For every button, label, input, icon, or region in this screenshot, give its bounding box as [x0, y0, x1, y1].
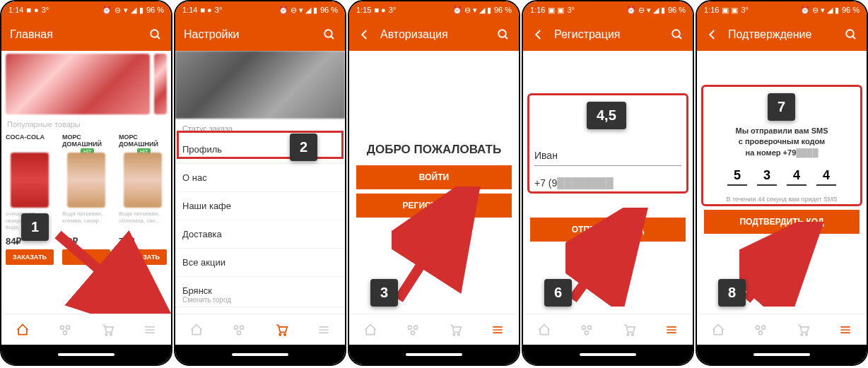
product-name: МОРС ДОМАШНИЙ [119, 134, 167, 150]
send-code-button[interactable]: ОТПРАВИТЬ КОД [530, 218, 686, 242]
product-card[interactable]: МОРС ДОМАШНИЙ HIT Вода питьевая, облепих… [116, 131, 170, 268]
status-time: 1:14 [8, 6, 23, 14]
settings-item-about[interactable]: О нас [175, 164, 345, 192]
code-digit: 4 [816, 168, 836, 186]
product-price: 79₽ [62, 236, 110, 247]
order-button[interactable]: ЗА [62, 249, 110, 265]
svg-point-18 [284, 333, 286, 336]
nav-menu-icon[interactable] [142, 322, 158, 338]
city-name: Брянск [182, 285, 338, 296]
app-bar: Авторизация [349, 18, 519, 51]
nav-menu-icon[interactable] [664, 322, 679, 338]
svg-point-7 [105, 333, 107, 336]
product-image [11, 153, 49, 208]
nav-cart-icon[interactable] [447, 322, 463, 338]
android-nav-bar [697, 345, 867, 364]
svg-point-15 [240, 326, 244, 329]
status-battery: 96 % [146, 6, 164, 14]
page-title: Главная [10, 28, 163, 41]
settings-item-cafes[interactable]: Наши кафе [175, 192, 345, 220]
product-desc: Вода питьевая, клюква, сахар [62, 210, 110, 233]
product-desc: Вода питьевая, облепиха, сах... [119, 210, 167, 233]
status-bar: 1:16▣ ▣3° ⏰ ⊖ ▾ ◢ ▮96 % [697, 1, 867, 18]
name-input[interactable]: Иван [534, 146, 681, 166]
section-header: Популярные товары [1, 117, 171, 131]
nav-home-icon[interactable] [363, 322, 378, 338]
product-image [67, 153, 105, 208]
back-icon[interactable] [705, 28, 720, 42]
status-bar: 1:14■ ●3° ⏰ ⊖ ▾ ◢ ▮96 % [175, 1, 345, 18]
nav-home-icon[interactable] [536, 322, 552, 338]
nav-home-icon[interactable] [189, 322, 204, 338]
do-not-disturb-icon: ⊖ [115, 6, 121, 15]
back-icon[interactable] [358, 28, 372, 42]
android-nav-bar [1, 345, 171, 364]
svg-line-35 [679, 36, 681, 39]
nav-catalog-icon[interactable] [753, 322, 768, 338]
svg-point-6 [64, 331, 67, 334]
login-button[interactable]: ВОЙТИ [356, 165, 512, 189]
order-button[interactable]: ЗАКАЗАТЬ [119, 249, 167, 265]
banner-image [6, 54, 150, 114]
phone-masked: ████ [796, 148, 818, 158]
search-icon[interactable] [670, 28, 684, 42]
nav-catalog-icon[interactable] [57, 322, 73, 338]
bottom-nav [1, 314, 171, 345]
nav-menu-icon[interactable] [490, 322, 505, 338]
product-card[interactable]: COCA-COLA очищенная газированная вода, с… [3, 131, 57, 268]
status-battery: 96 % [668, 6, 686, 14]
svg-point-52 [759, 331, 763, 334]
chat-icon: ■ [26, 6, 31, 14]
search-icon[interactable] [496, 28, 510, 42]
svg-point-54 [806, 333, 808, 336]
nav-cart-icon[interactable] [274, 322, 289, 338]
search-icon[interactable] [322, 28, 336, 42]
nav-home-icon[interactable] [15, 322, 30, 338]
annotation-badge: 6 [544, 279, 572, 307]
nav-catalog-icon[interactable] [405, 322, 421, 338]
product-card[interactable]: МОРС ДОМАШНИЙ HIT Вода питьевая, клюква,… [59, 131, 113, 268]
status-time: 1:16 [704, 6, 719, 14]
annotation-badge: 8 [718, 279, 746, 307]
code-input[interactable]: 5 3 4 4 [697, 168, 867, 186]
phone-screen-1: 1:14 ■ ● 3° ⏰ ⊖ ▾ ◢ ▮ 96 % Главная Попул… [0, 0, 172, 366]
nav-cart-icon[interactable] [621, 322, 637, 338]
settings-item-delivery[interactable]: Доставка [175, 220, 345, 249]
phone-input[interactable]: +7 (9████████ [534, 173, 681, 194]
svg-point-38 [582, 326, 585, 329]
svg-point-27 [414, 326, 418, 329]
register-button[interactable]: РЕГИСТРАЦИЯ [356, 194, 512, 218]
search-icon[interactable] [844, 28, 858, 42]
nav-menu-icon[interactable] [316, 322, 332, 338]
product-price: 79₽ [119, 236, 167, 247]
status-battery: 96 % [842, 6, 860, 14]
order-button[interactable]: ЗАКАЗАТЬ [6, 249, 54, 265]
settings-item-city[interactable]: Брянск Сменить город [175, 277, 345, 307]
svg-point-16 [237, 331, 241, 334]
status-temp: 3° [567, 6, 575, 14]
page-title: Авторизация [380, 28, 510, 41]
nav-cart-icon[interactable] [100, 322, 115, 338]
settings-banner [175, 51, 345, 119]
app-bar: Главная [1, 18, 171, 51]
svg-point-41 [627, 333, 629, 336]
svg-point-42 [632, 333, 634, 336]
phone-screen-4: 1:16▣ ▣3° ⏰ ⊖ ▾ ◢ ▮96 % Регистрация 4,5 … [522, 0, 694, 366]
search-icon[interactable] [148, 28, 163, 42]
svg-point-28 [411, 331, 415, 334]
settings-item-profile[interactable]: Профиль [175, 136, 345, 164]
banner-carousel[interactable] [1, 51, 171, 117]
settings-section-label: Статус заказа [175, 119, 345, 136]
phone-screen-2: 1:14■ ●3° ⏰ ⊖ ▾ ◢ ▮96 % Настройки Статус… [174, 0, 346, 366]
nav-cart-icon[interactable] [795, 322, 811, 338]
nav-menu-icon[interactable] [838, 322, 853, 338]
back-icon[interactable] [532, 28, 546, 42]
nav-catalog-icon[interactable] [231, 322, 247, 338]
confirm-code-button[interactable]: ПОДТВЕРДИТЬ КОД [704, 210, 860, 234]
wifi-icon: ▾ [124, 6, 128, 15]
nav-catalog-icon[interactable] [579, 322, 594, 338]
nav-home-icon[interactable] [710, 322, 726, 338]
bottom-nav [349, 314, 519, 345]
status-temp: 3° [215, 6, 223, 14]
settings-item-promos[interactable]: Все акции [175, 249, 345, 277]
